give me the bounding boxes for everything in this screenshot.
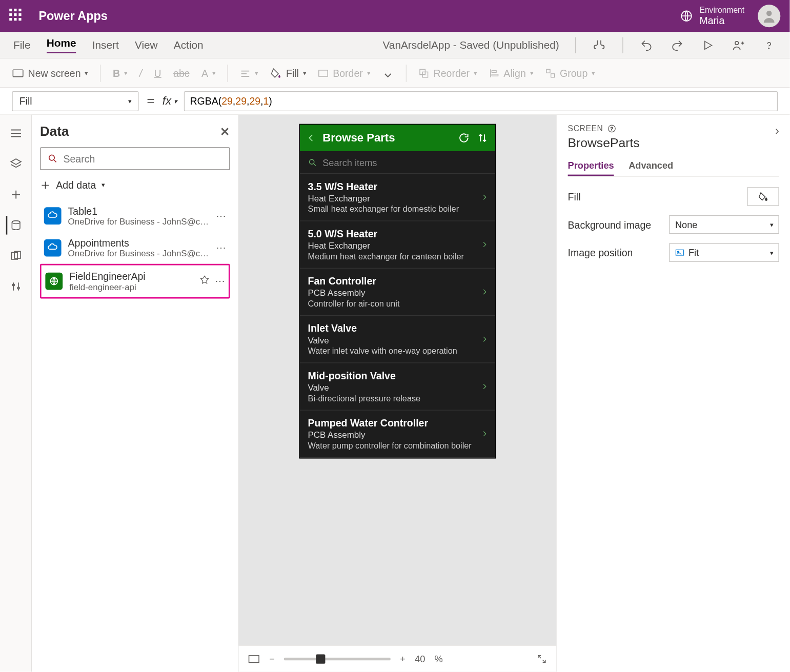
data-search-input[interactable]	[63, 153, 222, 164]
tree-view-icon[interactable]	[6, 155, 25, 173]
chevron-right-icon	[480, 428, 489, 440]
datasource-sub: field-engineer-api	[69, 282, 193, 292]
part-row[interactable]: Fan Controller PCB Assembly Controller f…	[300, 269, 495, 316]
data-source-item[interactable]: FieldEngineerApi field-engineer-api ⋯	[40, 264, 230, 299]
fill-color-picker[interactable]	[747, 187, 779, 206]
fill-button[interactable]: Fill ▾	[270, 67, 306, 79]
svg-point-30	[49, 155, 54, 160]
svg-rect-40	[249, 655, 259, 662]
zoom-out-button[interactable]: −	[269, 654, 275, 664]
menu-view[interactable]: View	[135, 39, 158, 51]
insert-icon[interactable]	[6, 185, 25, 203]
info-icon[interactable]: ?	[607, 124, 616, 133]
bgimage-select[interactable]: None ▾	[669, 215, 779, 234]
formula-bar: Fill ▾ = fx▾ RGBA(29, 29, 29, 1)	[0, 88, 790, 115]
svg-rect-5	[13, 70, 23, 77]
svg-marker-20	[11, 159, 21, 165]
svg-line-42	[543, 660, 545, 662]
datasource-sub: OneDrive for Business - JohnS@conten...	[68, 249, 210, 259]
part-row[interactable]: Inlet Valve Valve Water inlet valve with…	[300, 316, 495, 363]
chevron-down-icon: ▾	[102, 181, 105, 189]
property-selector[interactable]: Fill ▾	[12, 91, 138, 111]
zoom-in-button[interactable]: +	[400, 654, 406, 664]
user-avatar[interactable]	[758, 5, 780, 27]
datasource-icon	[44, 207, 62, 225]
help-icon[interactable]	[762, 37, 777, 52]
redo-icon[interactable]	[670, 37, 685, 52]
fx-icon[interactable]: fx▾	[163, 94, 177, 108]
premium-icon	[200, 275, 209, 287]
top-bar: Power Apps Environment Maria	[0, 0, 790, 32]
app-search[interactable]: Search items	[300, 151, 495, 174]
part-row[interactable]: Mid-position Valve Valve Bi-directional …	[300, 363, 495, 411]
svg-point-46	[677, 251, 679, 253]
undo-icon[interactable]	[639, 37, 654, 52]
advanced-tools-icon[interactable]	[6, 277, 25, 296]
data-search[interactable]	[40, 147, 230, 170]
environment-picker[interactable]: Environment Maria	[680, 5, 745, 27]
hamburger-icon[interactable]	[6, 124, 25, 142]
more-icon[interactable]: ⋯	[216, 210, 226, 222]
format-painter-button[interactable]	[382, 68, 394, 77]
part-name: Inlet Valve	[308, 322, 488, 334]
app-checker-icon[interactable]	[592, 37, 606, 52]
datasource-name: FieldEngineerApi	[69, 271, 193, 282]
svg-point-4	[768, 48, 769, 49]
group-button: Group▾	[545, 67, 595, 78]
more-icon[interactable]: ⋯	[215, 275, 225, 287]
properties-pane: › SCREEN ? BrowseParts Properties Advanc…	[557, 115, 790, 672]
underline-button: U	[154, 67, 161, 78]
part-name: Mid-position Valve	[308, 370, 488, 381]
part-name: 5.0 W/S Heater	[308, 228, 488, 239]
data-icon[interactable]	[6, 216, 24, 234]
add-data-button[interactable]: Add data ▾	[40, 179, 230, 191]
data-source-item[interactable]: Table1 OneDrive for Business - JohnS@con…	[40, 200, 230, 232]
menu-home[interactable]: Home	[47, 37, 76, 53]
share-icon[interactable]	[731, 37, 746, 52]
svg-line-41	[538, 655, 541, 658]
strike-button: abc	[173, 67, 189, 78]
play-icon[interactable]	[700, 37, 715, 52]
menu-file[interactable]: File	[13, 39, 31, 51]
part-row[interactable]: Pumped Water Controller PCB Assembly Wat…	[300, 411, 495, 458]
chevron-down-icon: ▾	[85, 69, 88, 76]
chevron-right-icon	[480, 238, 489, 250]
app-launcher-icon[interactable]	[9, 9, 24, 24]
refresh-icon[interactable]	[458, 132, 470, 144]
zoom-slider[interactable]	[284, 657, 391, 660]
chevron-right-icon[interactable]: ›	[775, 124, 779, 138]
globe-icon	[680, 9, 693, 23]
imgpos-select[interactable]: Fit ▾	[669, 243, 779, 261]
back-icon[interactable]	[307, 131, 316, 145]
formula-input[interactable]: RGBA(29, 29, 29, 1)	[184, 91, 778, 111]
datasource-icon	[44, 239, 62, 257]
phone-preview[interactable]: Browse Parts Search items 3.5 W/S Heater…	[299, 124, 496, 459]
more-icon[interactable]: ⋯	[216, 242, 226, 254]
data-source-item[interactable]: Appointments OneDrive for Business - Joh…	[40, 232, 230, 263]
part-row[interactable]: 3.5 W/S Heater Heat Exchanger Small heat…	[300, 174, 495, 221]
chevron-down-icon: ▾	[770, 249, 774, 256]
reorder-button: Reorder▾	[419, 67, 477, 78]
datasource-icon	[45, 273, 63, 290]
canvas[interactable]: Browse Parts Search items 3.5 W/S Heater…	[238, 115, 556, 672]
svg-point-38	[310, 159, 314, 164]
menu-insert[interactable]: Insert	[92, 39, 119, 51]
screen-size-icon[interactable]	[248, 654, 260, 663]
menu-bar: File Home Insert View Action VanArsdelAp…	[0, 32, 790, 58]
tab-advanced[interactable]: Advanced	[629, 160, 673, 176]
part-category: PCB Assembly	[308, 288, 488, 298]
part-category: Valve	[308, 335, 488, 345]
part-category: Valve	[308, 382, 488, 393]
app-header: Browse Parts	[300, 125, 495, 151]
media-icon[interactable]	[6, 247, 25, 265]
part-row[interactable]: 5.0 W/S Heater Heat Exchanger Medium hea…	[300, 221, 495, 269]
new-screen-button[interactable]: New screen ▾	[12, 67, 88, 78]
part-category: PCB Assembly	[308, 430, 488, 440]
close-icon[interactable]: ✕	[220, 124, 230, 139]
fit-to-window-icon[interactable]	[537, 654, 548, 664]
chevron-down-icon: ▾	[128, 97, 131, 105]
canvas-footer: − + 40 %	[238, 645, 556, 671]
tab-properties[interactable]: Properties	[568, 160, 614, 176]
menu-action[interactable]: Action	[174, 39, 204, 51]
sort-icon[interactable]	[476, 132, 488, 144]
